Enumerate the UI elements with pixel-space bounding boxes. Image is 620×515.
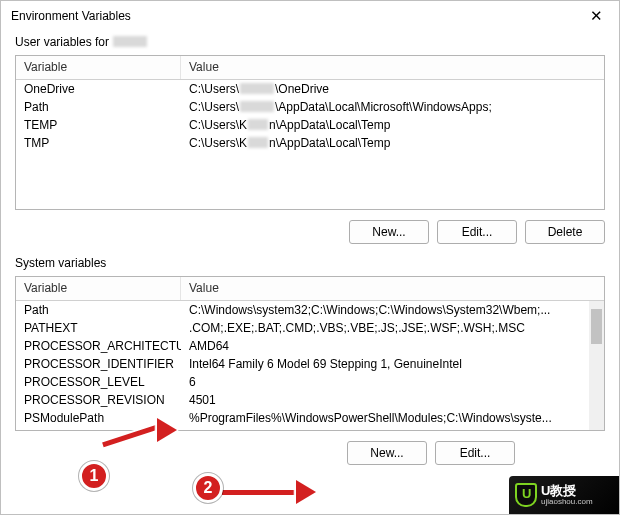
cell-value: 4501 — [181, 391, 604, 409]
redacted-text — [240, 83, 274, 94]
system-edit-button[interactable]: Edit... — [435, 441, 515, 465]
redacted-username — [113, 36, 147, 47]
cell-value: C:\Windows\system32;C:\Windows;C:\Window… — [181, 301, 604, 319]
close-icon[interactable]: ✕ — [583, 6, 609, 26]
cell-variable: TMP — [16, 134, 181, 152]
watermark-line2: ujiaoshou.com — [541, 497, 593, 507]
titlebar: Environment Variables ✕ — [1, 1, 619, 31]
table-row[interactable]: OneDrive C:\Users\\OneDrive — [16, 80, 604, 98]
col-header-value[interactable]: Value — [181, 56, 604, 79]
window-title: Environment Variables — [11, 9, 131, 23]
redacted-text — [248, 119, 268, 130]
table-row[interactable]: TMP C:\Users\Kn\AppData\Local\Temp — [16, 134, 604, 152]
system-list-header: Variable Value — [16, 277, 604, 301]
cell-value: 6 — [181, 373, 604, 391]
table-row[interactable]: PROCESSOR_REVISION 4501 — [16, 391, 604, 409]
scrollbar-thumb[interactable] — [591, 309, 602, 344]
cell-value: C:\Users\\OneDrive — [181, 80, 604, 98]
watermark-line1: U教授 — [541, 484, 593, 497]
redacted-text — [248, 137, 268, 148]
table-row[interactable]: TEMP C:\Users\Kn\AppData\Local\Temp — [16, 116, 604, 134]
table-row[interactable]: PATHEXT .COM;.EXE;.BAT;.CMD;.VBS;.VBE;.J… — [16, 319, 604, 337]
table-row[interactable]: Path C:\Windows\system32;C:\Windows;C:\W… — [16, 301, 604, 319]
cell-variable: PROCESSOR_LEVEL — [16, 373, 181, 391]
cell-value: C:\Users\Kn\AppData\Local\Temp — [181, 134, 604, 152]
cell-variable: PROCESSOR_REVISION — [16, 391, 181, 409]
system-list-rows: Path C:\Windows\system32;C:\Windows;C:\W… — [16, 301, 604, 430]
cell-value: AMD64 — [181, 337, 604, 355]
redacted-text — [240, 101, 274, 112]
user-variables-list[interactable]: Variable Value OneDrive C:\Users\\OneDri… — [15, 55, 605, 210]
cell-variable: TEMP — [16, 116, 181, 134]
user-variables-label: User variables for — [15, 35, 605, 49]
delete-button[interactable]: Delete — [525, 220, 605, 244]
table-row[interactable]: PROCESSOR_ARCHITECTURE AMD64 — [16, 337, 604, 355]
table-row[interactable]: Path C:\Users\\AppData\Local\Microsoft\W… — [16, 98, 604, 116]
cell-variable: PATHEXT — [16, 319, 181, 337]
system-variables-label: System variables — [15, 256, 605, 270]
cell-variable: PROCESSOR_ARCHITECTURE — [16, 337, 181, 355]
watermark-text: U教授 ujiaoshou.com — [541, 484, 593, 507]
system-variables-section: System variables Variable Value Path C:\… — [15, 256, 605, 465]
cell-value: C:\Users\Kn\AppData\Local\Temp — [181, 116, 604, 134]
edit-button[interactable]: Edit... — [437, 220, 517, 244]
cell-variable: OneDrive — [16, 80, 181, 98]
user-buttons-row: New... Edit... Delete — [15, 220, 605, 244]
annotation-marker-1: 1 — [79, 461, 109, 491]
new-button[interactable]: New... — [349, 220, 429, 244]
annotation-marker-2: 2 — [193, 473, 223, 503]
user-list-rows: OneDrive C:\Users\\OneDrive Path C:\User… — [16, 80, 604, 209]
system-variables-list[interactable]: Variable Value Path C:\Windows\system32;… — [15, 276, 605, 431]
user-variables-section: User variables for Variable Value OneDri… — [15, 35, 605, 244]
scrollbar[interactable] — [589, 301, 604, 430]
user-list-header: Variable Value — [16, 56, 604, 80]
dialog-body: User variables for Variable Value OneDri… — [1, 31, 619, 514]
cell-value: %ProgramFiles%\WindowsPowerShell\Modules… — [181, 409, 604, 427]
cell-variable: Path — [16, 301, 181, 319]
cell-variable: Path — [16, 98, 181, 116]
env-vars-window: Environment Variables ✕ User variables f… — [0, 0, 620, 515]
cell-value: Intel64 Family 6 Model 69 Stepping 1, Ge… — [181, 355, 604, 373]
watermark-logo: U教授 ujiaoshou.com — [509, 476, 619, 514]
cell-variable: PROCESSOR_IDENTIFIER — [16, 355, 181, 373]
system-new-button[interactable]: New... — [347, 441, 427, 465]
col-header-value[interactable]: Value — [181, 277, 604, 300]
table-row[interactable]: PSModulePath %ProgramFiles%\WindowsPower… — [16, 409, 604, 427]
cell-value: .COM;.EXE;.BAT;.CMD;.VBS;.VBE;.JS;.JSE;.… — [181, 319, 604, 337]
user-variables-label-prefix: User variables for — [15, 35, 112, 49]
cell-value: C:\Users\\AppData\Local\Microsoft\Window… — [181, 98, 604, 116]
watermark-shield-icon — [515, 483, 537, 507]
table-row[interactable]: PROCESSOR_LEVEL 6 — [16, 373, 604, 391]
col-header-variable[interactable]: Variable — [16, 56, 181, 79]
table-row[interactable]: PROCESSOR_IDENTIFIER Intel64 Family 6 Mo… — [16, 355, 604, 373]
col-header-variable[interactable]: Variable — [16, 277, 181, 300]
